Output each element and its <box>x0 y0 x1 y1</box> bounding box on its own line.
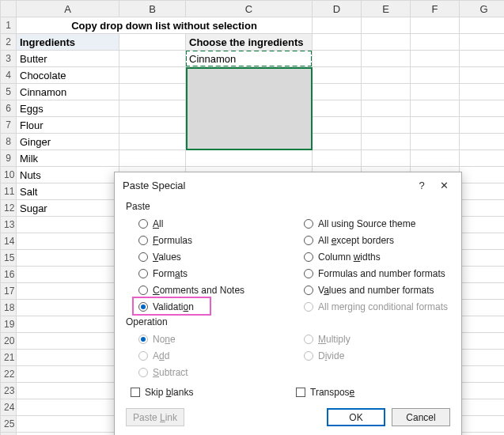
cell[interactable] <box>411 117 460 134</box>
cell[interactable] <box>313 51 362 67</box>
cell[interactable] <box>460 183 505 200</box>
cell[interactable] <box>362 34 411 51</box>
header-choose-ingredients[interactable]: Choose the ingredients <box>186 34 313 51</box>
row-header[interactable]: 16 <box>1 267 17 283</box>
cell[interactable] <box>460 333 505 350</box>
cell[interactable]: Sugar <box>17 200 119 217</box>
help-icon[interactable]: ? <box>411 177 433 193</box>
cell[interactable] <box>362 17 411 34</box>
cell[interactable] <box>460 34 505 51</box>
cell[interactable] <box>411 84 460 100</box>
radio-values[interactable]: Values <box>138 248 285 265</box>
cell[interactable] <box>186 67 313 84</box>
cell[interactable] <box>17 233 119 250</box>
cell[interactable] <box>313 100 362 117</box>
radio-formulas-num[interactable]: Formulas and number formats <box>304 265 450 282</box>
cell[interactable] <box>411 100 460 117</box>
cell[interactable] <box>17 399 119 416</box>
cell[interactable] <box>313 17 362 34</box>
row-header[interactable]: 14 <box>1 233 17 250</box>
cell[interactable] <box>17 283 119 300</box>
cell[interactable] <box>411 17 460 34</box>
cell[interactable] <box>313 67 362 84</box>
cell[interactable] <box>119 51 186 67</box>
radio-formulas[interactable]: Formulas <box>138 232 285 248</box>
cell[interactable] <box>362 117 411 134</box>
cell[interactable] <box>411 134 460 150</box>
cell[interactable] <box>313 134 362 150</box>
cell[interactable]: Nuts <box>17 167 119 183</box>
ok-button[interactable]: OK <box>327 408 385 426</box>
cell[interactable] <box>186 84 313 100</box>
cell[interactable] <box>362 67 411 84</box>
cell[interactable] <box>460 316 505 333</box>
row-header[interactable]: 2 <box>1 34 17 51</box>
radio-comments[interactable]: Comments and Notes <box>138 282 285 298</box>
cell[interactable] <box>460 416 505 433</box>
cell[interactable]: Ingredients <box>17 34 119 51</box>
cell[interactable] <box>460 399 505 416</box>
cell[interactable] <box>313 34 362 51</box>
cell[interactable] <box>17 383 119 399</box>
cell[interactable] <box>17 416 119 433</box>
row-header[interactable]: 10 <box>1 167 17 183</box>
cell[interactable] <box>460 150 505 167</box>
row-header[interactable]: 23 <box>1 383 17 399</box>
row-header[interactable]: 3 <box>1 51 17 67</box>
row-header[interactable]: 4 <box>1 67 17 84</box>
radio-all[interactable]: All <box>138 215 285 232</box>
row-header[interactable]: 12 <box>1 200 17 217</box>
cell[interactable] <box>362 100 411 117</box>
row-header[interactable]: 9 <box>1 150 17 167</box>
cell[interactable] <box>186 134 313 150</box>
row-header[interactable]: 1 <box>1 17 17 34</box>
skip-blanks-checkbox[interactable]: Skip blanks <box>131 384 285 400</box>
cell[interactable] <box>460 117 505 134</box>
cell[interactable] <box>17 267 119 283</box>
cell[interactable] <box>460 366 505 383</box>
cell[interactable] <box>460 17 505 34</box>
cell[interactable] <box>119 100 186 117</box>
cell[interactable] <box>186 117 313 134</box>
radio-col-widths[interactable]: Column widths <box>304 248 450 265</box>
row-header[interactable]: 18 <box>1 300 17 316</box>
cell[interactable] <box>17 366 119 383</box>
row-header[interactable]: 8 <box>1 134 17 150</box>
cell[interactable] <box>411 150 460 167</box>
cell[interactable] <box>460 433 505 436</box>
cell[interactable] <box>17 316 119 333</box>
cell[interactable] <box>362 51 411 67</box>
cancel-button[interactable]: Cancel <box>392 408 450 426</box>
cell[interactable] <box>17 300 119 316</box>
cell[interactable]: Flour <box>17 117 119 134</box>
row-header[interactable]: 21 <box>1 350 17 366</box>
cell[interactable]: Cinnamon▼ <box>186 51 313 67</box>
cell[interactable] <box>460 67 505 84</box>
cell[interactable] <box>411 67 460 84</box>
cell[interactable] <box>460 100 505 117</box>
row-header[interactable]: 24 <box>1 399 17 416</box>
cell[interactable] <box>411 51 460 67</box>
cell[interactable]: Cinnamon <box>17 84 119 100</box>
cell[interactable] <box>119 117 186 134</box>
cell[interactable] <box>460 167 505 183</box>
row-header[interactable]: 20 <box>1 333 17 350</box>
cell[interactable]: Chocolate <box>17 67 119 84</box>
cell[interactable] <box>313 150 362 167</box>
cell[interactable] <box>17 217 119 233</box>
row-header[interactable]: 15 <box>1 250 17 267</box>
corner-cell[interactable] <box>1 1 17 17</box>
radio-all-theme[interactable]: All using Source theme <box>304 215 450 232</box>
col-header[interactable]: F <box>411 1 460 17</box>
cell[interactable] <box>119 134 186 150</box>
cell[interactable] <box>17 333 119 350</box>
cell[interactable]: Ginger <box>17 134 119 150</box>
cell[interactable] <box>460 217 505 233</box>
row-header[interactable]: 5 <box>1 84 17 100</box>
row-header[interactable]: 19 <box>1 316 17 333</box>
cell[interactable]: Eggs <box>17 100 119 117</box>
cell[interactable]: Salt <box>17 183 119 200</box>
cell[interactable] <box>17 350 119 366</box>
cell[interactable] <box>186 150 313 167</box>
cell[interactable] <box>460 200 505 217</box>
